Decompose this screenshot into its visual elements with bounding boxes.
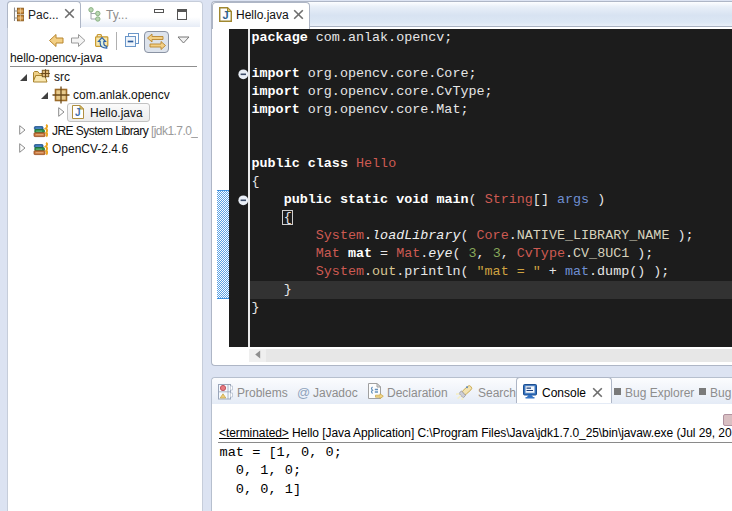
svg-text:J: J bbox=[75, 107, 81, 118]
svg-text:J: J bbox=[222, 9, 228, 21]
